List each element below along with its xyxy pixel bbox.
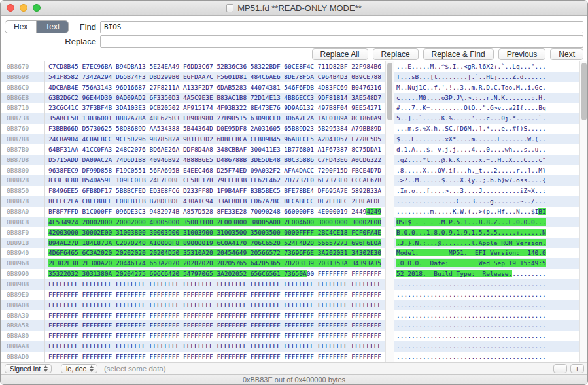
hex-row[interactable]: FFFFFFFF FFFFFFFF FFFFFFFF FFFFFFFF FFFF… [45, 341, 385, 352]
hex-row[interactable]: 64BF31AA 41CC0FA3 248C2076 BD6AE26A DDF8… [45, 144, 385, 155]
hex-row[interactable]: 63B2D6C2 96E44D30 0AD09AD2 6F3350D3 4A5C… [45, 93, 385, 103]
remove-inspector-row-button[interactable]: − [553, 364, 567, 373]
scrollbar-thumb[interactable] [581, 63, 587, 120]
ascii-row[interactable]: ...m.s.%X.h..SC.[D6M..].*...e..#[)S..... [394, 124, 579, 134]
ascii-row[interactable]: M..Nuj1C..f.'.!..3..m.R.D.C.Too.M..i.Gc. [394, 82, 579, 93]
hex-row[interactable]: 833E3F80 B54DA59E 109EC0FB 24E7E0BF CE58… [45, 175, 385, 186]
hex-row[interactable]: 42003000 30002E00 31003800 30003900 3100… [45, 227, 385, 238]
ascii-row[interactable]: ........................................ [394, 310, 579, 321]
ascii-row[interactable]: ........................................ [394, 341, 579, 352]
hex-row[interactable]: FFFFFFFF FFFFFFFF FFFFFFFF FFFFFFFF FFFF… [45, 290, 385, 300]
hex-row[interactable]: F3BBB66D D5730625 58D8689D AA534388 5B44… [45, 124, 385, 134]
selection-highlight: 35322032 3031380A 20204275 696C6420 5479… [48, 270, 307, 277]
status-text: 0xBB83E out of 0x400000 bytes [243, 376, 345, 384]
address-cell: 0B86E8 [1, 93, 44, 103]
ascii-scrollbar[interactable] [579, 61, 587, 362]
replace-button[interactable]: Replace [373, 48, 419, 60]
hex-row[interactable]: 4F534924 20002000 20002000 4D005000 3500… [45, 217, 385, 227]
selection-highlight: 2E302E30 2E300A20 20446174 653A2020 2020… [48, 259, 381, 267]
ascii-row[interactable]: .qZ....*t...@.k.K.....x.=..H..X...C...c" [394, 155, 579, 165]
address-cell: 0B8788 [1, 134, 44, 144]
address-cell: 0B8968 [1, 258, 44, 269]
inspector-format-label: le, dec [66, 365, 86, 373]
previous-button[interactable]: Previous [498, 48, 546, 60]
address-cell: 0B8710 [1, 103, 44, 113]
hex-row[interactable]: BFEFC2FA CBFE8BFF F0BFB1FB B7BDFBDF 430A… [45, 196, 385, 207]
ascii-row[interactable]: d.1.A...$. v.j.j....4...0....wh...s..u.. [394, 144, 579, 155]
hex-row[interactable]: FFFFFFFF FFFFFFFF FFFFFFFF FFFFFFFF FFFF… [45, 310, 385, 321]
address-cell: 0B8698 [1, 72, 44, 82]
minimize-button[interactable] [20, 4, 27, 12]
scrollbar-thumb[interactable] [387, 63, 392, 120]
address-cell: 0B89E0 [1, 290, 44, 300]
ascii-row[interactable]: #...7..K=.........QtO..".G>v..a2I{....Bq [394, 103, 579, 113]
hex-row[interactable]: 24CBA9D4 4CBAEBCC 9CF5D296 9878582A 9B1F… [45, 134, 385, 144]
hex-row[interactable]: FFFFFFFF FFFFFFFF FFFFFFFF FFFFFFFF FFFF… [45, 300, 385, 310]
ascii-row[interactable]: ........................................ [394, 320, 579, 331]
hex-row[interactable]: C7CD8B45 E7EC96BA B94DBA13 5E24EA49 F6DD… [45, 61, 385, 72]
ascii-row[interactable]: ........................................ [394, 352, 579, 362]
ascii-pane[interactable]: ...E.....M..^$.I..<gR.l6X2+.`..Lq..."...… [394, 61, 579, 362]
inspector-type-label: Signed Int [10, 365, 41, 373]
hex-row[interactable]: 9638FEC9 DF99D858 F19C0551 56FA695B E4EE… [45, 165, 385, 176]
hex-scrollbar[interactable] [385, 61, 394, 362]
address-cell: 0B8A58 [1, 320, 44, 331]
hex-row[interactable]: FFFFFFFF FFFFFFFF FFFFFFFF FFFFFFFF FFFF… [45, 320, 385, 331]
ascii-row[interactable]: .........m.....K.W.(..>(p..Hf...N...$IBI [394, 207, 579, 217]
ascii-row[interactable]: c.....M0....o3P.J\.>.:..r.N.K.......:.H. [394, 93, 579, 103]
ascii-row[interactable]: ........................................ [394, 290, 579, 300]
hex-row[interactable]: 35ABCE5D 13B36001 B8B2A78A 4BF625B3 FB90… [45, 113, 385, 124]
selection-highlight: 4F534924 20002000 20002000 4D005000 3500… [48, 218, 381, 226]
ascii-row[interactable]: 5..]..`.....K.%.....'...c...0j.*......`. [394, 113, 579, 124]
ascii-row[interactable]: B.0.0...1.8.0.9.1.9.1.5.5.5.....+......N [394, 227, 579, 238]
add-inspector-row-button[interactable]: + [570, 364, 584, 373]
selection-highlight: BI [538, 208, 545, 215]
replace-and-find-button[interactable]: Replace & Find [423, 48, 494, 60]
hex-row[interactable]: 23C6C41C 37F3BF4B 3DA103E3 9CB20502 AF91… [45, 103, 385, 113]
zoom-button[interactable] [33, 4, 41, 12]
hex-pane[interactable]: C7CD8B45 E7EC96BA B94DBA13 5E24EA49 F6DD… [45, 61, 385, 362]
ascii-row[interactable]: ................C...3....g.......~../... [394, 196, 579, 207]
ascii-row[interactable]: Model: MP51. EFI Version: 140.0 [394, 248, 579, 258]
inspector-row-controls: − + [553, 364, 584, 373]
ascii-row[interactable]: OSI$ . . . .M.P.5.1...8.8.Z...F.0.0.0... [394, 217, 579, 227]
hex-row[interactable]: 2E302E30 2E300A20 20446174 653A2020 2020… [45, 258, 385, 269]
data-inspector-bar: Signed Int le, dec (select some data) − … [1, 362, 587, 374]
ascii-row[interactable]: T...sB...[t........|.`..HLj....Z.d...... [394, 72, 579, 82]
replace-all-button[interactable]: Replace All [312, 48, 368, 60]
hex-row[interactable]: BF8F7FFD B1C000FF 096DE3C3 9482974B A857… [45, 207, 385, 217]
ascii-row[interactable]: ........................................ [394, 279, 579, 290]
ascii-row[interactable]: .In.o...[....>...3....J..........iZ~X..: [394, 186, 579, 196]
next-button[interactable]: Next [550, 48, 583, 60]
hex-row[interactable]: 894AE27D 184E873A C2070240 A10000F8 8900… [45, 238, 385, 248]
ascii-row[interactable]: 52 2018. Build Type: Release.......... [394, 269, 579, 279]
address-gutter: 0B86700B86980B86C00B86E80B87100B87380B87… [1, 61, 45, 362]
hex-row[interactable]: D5715ADD DA09AC2A 74D6D1B8 40946B92 4B88… [45, 155, 385, 165]
replace-input[interactable] [100, 35, 583, 48]
ascii-row[interactable]: $...L........xX*....m......E.......W.(.. [394, 134, 579, 144]
hex-row[interactable]: 4DCBAB4E 756A3143 96D16687 27F8211A A133… [45, 82, 385, 93]
close-button[interactable] [7, 4, 14, 12]
hex-row[interactable]: F8496EE5 6FB8DF17 5BBBCFED ED3E8FC6 D233… [45, 186, 385, 196]
inspector-format-popup[interactable]: le, dec [61, 364, 97, 373]
ascii-row[interactable]: ........................................ [394, 300, 579, 310]
ascii-row[interactable]: .0.0.0. Date: Wed Sep 19 15:49:5 [394, 258, 579, 269]
hex-row[interactable]: FFFFFFFF FFFFFFFF FFFFFFFF FFFFFFFF FFFF… [45, 279, 385, 290]
find-input[interactable] [100, 21, 583, 33]
inspector-type-popup[interactable]: Signed Int [5, 364, 52, 373]
inspector-hint: (select some data) [104, 365, 166, 373]
ascii-row[interactable]: .J.}.N.:...@........l.Apple ROM Version. [394, 238, 579, 248]
selection-highlight: .J.}.N.:...@........l.Apple ROM Version. [396, 239, 546, 246]
address-cell: 0B8800 [1, 165, 44, 176]
ascii-row[interactable]: ........................................ [394, 331, 579, 341]
hex-row[interactable]: 541F8582 7342A294 D65B74F3 DBD299B0 E6FD… [45, 72, 385, 82]
hex-row[interactable]: FFFFFFFF FFFFFFFF FFFFFFFF FFFFFFFF FFFF… [45, 352, 385, 362]
ascii-row[interactable]: .8.....X...QV.i[...h._t...2.....r..]..M} [394, 165, 579, 176]
ascii-row[interactable]: ...E.....M..^$.I..<gR.l6X2+.`..Lq..."... [394, 61, 579, 72]
hex-row[interactable]: FFFFFFFF FFFFFFFF FFFFFFFF FFFFFFFF FFFF… [45, 331, 385, 341]
hex-row[interactable]: 35322032 3031380A 20204275 696C6420 5479… [45, 269, 385, 279]
selection-highlight: 42003000 30002E00 31003800 30003900 3100… [48, 229, 381, 236]
window: MP51.fd **READ-ONLY MODE** Hex Text Find… [0, 0, 588, 385]
ascii-row[interactable]: .>?..M......$....X.{y..;.b.b}w7.oss....{ [394, 175, 579, 186]
hex-row[interactable]: 4D6F6465 6C3A2020 20202020 20204D50 3531… [45, 248, 385, 258]
